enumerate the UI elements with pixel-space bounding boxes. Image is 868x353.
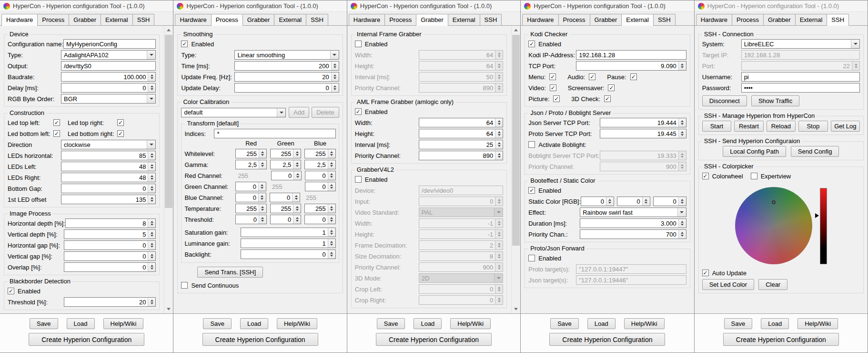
tab-external[interactable]: External: [101, 14, 133, 25]
saturation-gain-spinner[interactable]: 1: [241, 228, 335, 237]
spinner-arrows-icon[interactable]: [328, 215, 335, 224]
threshold-green-spinner[interactable]: 0: [270, 215, 301, 224]
spinner-arrows-icon[interactable]: [328, 250, 335, 259]
booteffect-enabled-checkbox[interactable]: [528, 187, 535, 194]
set-led-color-button[interactable]: Set Led Color: [702, 279, 755, 290]
tab-process[interactable]: Process: [732, 14, 764, 25]
threshold-blue-spinner[interactable]: 0: [304, 215, 335, 224]
spinner-arrows-icon[interactable]: [331, 73, 339, 81]
aml-height-spinner[interactable]: 64: [419, 129, 503, 138]
overlap-spinner[interactable]: 0: [64, 262, 156, 272]
kodi-enabled-checkbox[interactable]: [528, 41, 535, 47]
aml-enabled-checkbox[interactable]: [355, 108, 362, 115]
spinner-arrows-icon[interactable]: [495, 129, 503, 138]
spinner-arrows-icon[interactable]: [678, 197, 686, 206]
spinner-arrows-icon[interactable]: [148, 73, 155, 81]
indices-input[interactable]: *: [214, 129, 335, 138]
rgb-byte-order-dropdown[interactable]: BGR: [61, 94, 156, 104]
spinner-arrows-icon[interactable]: [258, 182, 266, 191]
horizontal-depth-spinner[interactable]: 8: [65, 218, 156, 228]
led-bottom-left-checkbox[interactable]: [53, 130, 60, 137]
kodi-pause-checkbox[interactable]: [630, 73, 637, 80]
spinner-arrows-icon[interactable]: [495, 140, 503, 149]
static-color-red-spinner[interactable]: 0: [581, 197, 614, 206]
spinner-arrows-icon[interactable]: [495, 118, 503, 127]
spinner-arrows-icon[interactable]: [293, 160, 301, 169]
first-led-offset-spinner[interactable]: 135: [61, 195, 156, 204]
vertical-depth-spinner[interactable]: 5: [64, 229, 156, 239]
direction-dropdown[interactable]: clockwise: [61, 140, 156, 149]
scrollbar-track[interactable]: [512, 34, 520, 305]
spinner-arrows-icon[interactable]: [148, 173, 155, 182]
help-wiki-button[interactable]: Help/Wiki: [450, 318, 491, 329]
leds-horizontal-spinner[interactable]: 85: [61, 151, 156, 160]
load-button[interactable]: Load: [587, 318, 616, 329]
booteffect-priority-spinner[interactable]: 700: [580, 229, 686, 239]
restart-button[interactable]: Restart: [734, 121, 763, 132]
scrollbar-track[interactable]: [164, 34, 173, 305]
color-wheel[interactable]: [735, 187, 812, 264]
scroll-down-icon[interactable]: [164, 305, 173, 313]
bottom-gap-spinner[interactable]: 0: [61, 184, 156, 193]
kodi-picture-checkbox[interactable]: [553, 95, 560, 102]
static-color-green-spinner[interactable]: 0: [617, 197, 650, 206]
smoothing-enabled-checkbox[interactable]: [181, 41, 188, 47]
spinner-arrows-icon[interactable]: [293, 204, 301, 213]
tab-process[interactable]: Process: [37, 14, 69, 25]
smoothing-type-dropdown[interactable]: Linear smoothing: [234, 50, 339, 60]
calibration-profile-dropdown[interactable]: default: [181, 108, 286, 117]
tab-ssh[interactable]: SSH: [480, 14, 502, 25]
save-button[interactable]: Save: [30, 318, 58, 329]
spinner-arrows-icon[interactable]: [148, 162, 155, 171]
tab-grabber[interactable]: Grabber: [416, 14, 448, 26]
spinner-arrows-icon[interactable]: [292, 193, 300, 202]
get-log-button[interactable]: Get Log: [831, 121, 860, 132]
tab-grabber[interactable]: Grabber: [69, 14, 101, 25]
help-wiki-button[interactable]: Help/Wiki: [797, 318, 838, 329]
blue-channel-red-spinner[interactable]: 0: [235, 193, 266, 202]
expertview-checkbox[interactable]: [751, 173, 757, 179]
create-configuration-button[interactable]: Create Hyperion Configuration: [376, 333, 492, 346]
effect-dropdown[interactable]: Rainbow swirl fast: [580, 208, 686, 217]
spinner-arrows-icon[interactable]: [331, 62, 339, 70]
blackborder-enabled-checkbox[interactable]: [8, 288, 14, 294]
delay-spinner[interactable]: 0: [61, 83, 156, 93]
spinner-arrows-icon[interactable]: [328, 160, 335, 169]
spinner-arrows-icon[interactable]: [259, 149, 266, 158]
create-configuration-button[interactable]: Create Hyperion Configuration: [549, 333, 665, 346]
reload-button[interactable]: Reload: [767, 121, 796, 132]
stop-button[interactable]: Stop: [798, 121, 828, 132]
tab-hardware[interactable]: Hardware: [522, 14, 558, 25]
spinner-arrows-icon[interactable]: [495, 151, 503, 160]
aml-priority-spinner[interactable]: 890: [419, 151, 503, 160]
load-button[interactable]: Load: [67, 318, 95, 329]
clear-button[interactable]: Clear: [758, 279, 787, 290]
spinner-arrows-icon[interactable]: [293, 149, 301, 158]
kodi-audio-checkbox[interactable]: [589, 73, 595, 80]
whitelevel-green-spinner[interactable]: 255: [270, 149, 301, 158]
spinner-arrows-icon[interactable]: [293, 171, 301, 180]
save-button[interactable]: Save: [203, 318, 232, 329]
send-config-button[interactable]: Send Config: [791, 146, 839, 157]
temperature-green-spinner[interactable]: 255: [270, 204, 301, 213]
kodi-screensaver-checkbox[interactable]: [608, 84, 615, 91]
led-top-right-checkbox[interactable]: [117, 119, 124, 126]
tab-hardware[interactable]: Hardware: [349, 14, 385, 25]
gamma-red-spinner[interactable]: 2,5: [235, 160, 266, 169]
system-dropdown[interactable]: LibreELEC: [741, 39, 860, 49]
save-button[interactable]: Save: [550, 318, 579, 329]
red-channel-green-spinner[interactable]: 0: [271, 171, 302, 180]
tab-process[interactable]: Process: [211, 14, 243, 26]
spinner-arrows-icon[interactable]: [678, 219, 686, 228]
scroll-up-icon[interactable]: [512, 26, 520, 34]
show-traffic-button[interactable]: Show Traffic: [751, 95, 799, 106]
tab-grabber[interactable]: Grabber: [590, 14, 622, 25]
spinner-arrows-icon[interactable]: [328, 239, 335, 248]
spinner-arrows-icon[interactable]: [328, 171, 335, 180]
delete-button[interactable]: Delete: [312, 107, 339, 118]
start-button[interactable]: Start: [702, 121, 731, 132]
spinner-arrows-icon[interactable]: [678, 129, 686, 138]
spinner-arrows-icon[interactable]: [148, 151, 155, 160]
spinner-arrows-icon[interactable]: [328, 149, 335, 158]
v4l2-enabled-checkbox[interactable]: [355, 176, 362, 183]
